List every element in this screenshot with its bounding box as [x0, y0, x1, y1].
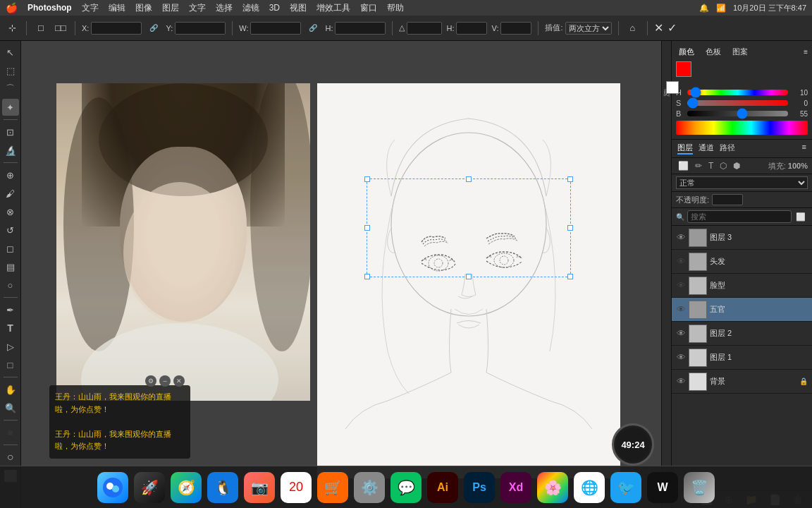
- type-tool[interactable]: T: [2, 320, 19, 337]
- menu-type[interactable]: 文字: [189, 2, 206, 14]
- confirm-button[interactable]: ✓: [668, 21, 677, 35]
- filter-smart-btn[interactable]: ⬢: [731, 160, 742, 171]
- hand-tool[interactable]: ✋: [2, 381, 19, 398]
- dock-launchpad[interactable]: 🚀: [134, 472, 165, 503]
- angle-input[interactable]: 0.00: [407, 22, 442, 35]
- link-xy-icon[interactable]: 🔗: [146, 20, 161, 36]
- dock-illustrator[interactable]: Ai: [427, 472, 458, 503]
- move-tool-icon[interactable]: ⊹: [4, 20, 20, 36]
- dock-wechat[interactable]: 💬: [390, 472, 422, 503]
- layer-item-6[interactable]: 👁 背景 🔒: [672, 370, 812, 394]
- filter-pixel-btn[interactable]: ⬜: [676, 160, 691, 171]
- tab-channels[interactable]: 通道: [699, 143, 714, 155]
- dock-trash[interactable]: 🗑️: [684, 472, 715, 503]
- layer-item-0[interactable]: 👁 图层 3: [672, 226, 812, 250]
- group-select-icon[interactable]: □□: [53, 20, 68, 36]
- dock-finder[interactable]: [97, 472, 128, 503]
- chat-minimize-btn[interactable]: –: [159, 375, 171, 387]
- menu-plugins[interactable]: 增效工具: [316, 2, 350, 14]
- blend-mode-select[interactable]: 正常: [676, 176, 808, 189]
- eyedropper-tool[interactable]: 🔬: [2, 142, 19, 159]
- foreground-color-swatch[interactable]: [676, 61, 691, 77]
- layer-item-5[interactable]: 👁 图层 1: [672, 346, 812, 370]
- shape-tool[interactable]: □: [2, 356, 19, 373]
- apple-menu[interactable]: 🍎: [6, 2, 18, 13]
- x-input[interactable]: 1932.50 像: [91, 22, 142, 35]
- dock-system-prefs[interactable]: ⚙️: [354, 472, 385, 503]
- canvas-area[interactable]: ⚙ – ✕ 王丹：山山雨，我来围观你的直播啦，为你点赞！ 王丹：山山雨，我来围观…: [21, 41, 661, 508]
- y-input[interactable]: 930.00 像: [175, 22, 226, 35]
- chat-settings-btn[interactable]: ⚙: [145, 375, 156, 387]
- background-color-swatch[interactable]: [666, 81, 679, 94]
- layer-vis-4[interactable]: 👁: [676, 329, 686, 339]
- dock-photoshop[interactable]: Ps: [464, 472, 495, 503]
- menu-layer[interactable]: 图层: [162, 2, 179, 14]
- tab-paths[interactable]: 路径: [720, 143, 735, 155]
- filter-lock-btn[interactable]: 🔒: [809, 212, 812, 222]
- filter-kind-btn[interactable]: ⬜: [794, 212, 807, 222]
- dock-wacom[interactable]: W: [647, 472, 678, 503]
- eraser-tool[interactable]: ◻: [2, 240, 19, 257]
- brightness-slider[interactable]: [687, 111, 788, 116]
- layer-vis-2[interactable]: 👁: [676, 281, 686, 291]
- cancel-button[interactable]: ✕: [654, 21, 663, 35]
- menu-help[interactable]: 帮助: [387, 2, 404, 14]
- dock-xd[interactable]: Xd: [500, 472, 531, 503]
- filter-type-btn[interactable]: T: [706, 160, 715, 171]
- layer-vis-1[interactable]: 👁: [676, 257, 686, 267]
- layer-vis-5[interactable]: 👁: [676, 353, 686, 363]
- auto-select-icon[interactable]: □: [33, 20, 49, 36]
- layer-vis-6[interactable]: 👁: [676, 377, 686, 387]
- tab-patterns[interactable]: 图案: [730, 45, 751, 59]
- layer-item-3[interactable]: 👁 五官: [672, 298, 812, 322]
- path-select-tool[interactable]: ▷: [2, 338, 19, 355]
- menu-edit[interactable]: 编辑: [109, 2, 125, 14]
- tab-swatches[interactable]: 色板: [703, 45, 724, 59]
- dock-qq[interactable]: 🐧: [207, 472, 238, 503]
- menu-window[interactable]: 窗口: [360, 2, 377, 14]
- stamp-tool[interactable]: ⊗: [2, 203, 19, 220]
- dodge-tool[interactable]: ○: [2, 277, 19, 294]
- filter-adjust-btn[interactable]: ✏: [693, 160, 704, 171]
- layers-search-input[interactable]: [687, 210, 792, 223]
- saturation-slider[interactable]: [687, 100, 788, 106]
- color-spectrum-bar[interactable]: [676, 121, 808, 135]
- pen-tool[interactable]: ✒: [2, 301, 19, 318]
- crop-tool[interactable]: ⊡: [2, 123, 19, 140]
- dock-safari[interactable]: 🧭: [171, 472, 202, 503]
- opacity-input[interactable]: 100%: [712, 194, 743, 205]
- brush-tool[interactable]: 🖌: [2, 185, 19, 202]
- magic-wand-tool[interactable]: ✦: [2, 99, 19, 116]
- interp-select[interactable]: 两次立方: [565, 22, 612, 35]
- foreground-bg-colors[interactable]: ■: [2, 424, 19, 441]
- menu-image[interactable]: 图像: [135, 2, 152, 14]
- dock-photos[interactable]: 🌸: [537, 472, 568, 503]
- tab-color[interactable]: 颜色: [676, 45, 697, 59]
- h-skew-input[interactable]: 0.00: [456, 22, 487, 35]
- menu-3d[interactable]: 3D: [269, 3, 280, 13]
- hue-slider[interactable]: [687, 90, 788, 95]
- dock-twitter[interactable]: 🐦: [610, 472, 641, 503]
- layer-vis-3[interactable]: 👁: [676, 305, 686, 315]
- layer-vis-0[interactable]: 👁: [676, 233, 686, 243]
- chat-close-btn[interactable]: ✕: [173, 375, 185, 387]
- marquee-tool[interactable]: ⬚: [2, 62, 19, 79]
- notification-icon[interactable]: 🔔: [699, 4, 709, 13]
- menu-filter[interactable]: 滤镜: [242, 2, 259, 14]
- layer-item-2[interactable]: 👁 脸型: [672, 274, 812, 298]
- warp-icon[interactable]: ⌂: [625, 20, 641, 36]
- dock-camera[interactable]: 📷: [244, 472, 275, 503]
- move-tool[interactable]: ↖: [2, 44, 19, 61]
- lasso-tool[interactable]: ⌒: [2, 80, 19, 97]
- layer-item-4[interactable]: 👁 图层 2: [672, 322, 812, 346]
- w-input[interactable]: 100.00%: [250, 22, 301, 35]
- menu-wenzi[interactable]: 文字: [82, 2, 99, 14]
- tab-layers[interactable]: 图层: [677, 143, 693, 155]
- dock-taobao[interactable]: 🛒: [317, 472, 348, 503]
- layers-panel-menu[interactable]: ≡: [802, 143, 806, 155]
- spot-heal-tool[interactable]: ⊕: [2, 167, 19, 183]
- h-input[interactable]: 100.00%: [335, 22, 386, 35]
- zoom-tool[interactable]: 🔍: [2, 399, 19, 416]
- menu-view[interactable]: 视图: [290, 2, 307, 14]
- dock-chrome[interactable]: 🌐: [574, 472, 605, 503]
